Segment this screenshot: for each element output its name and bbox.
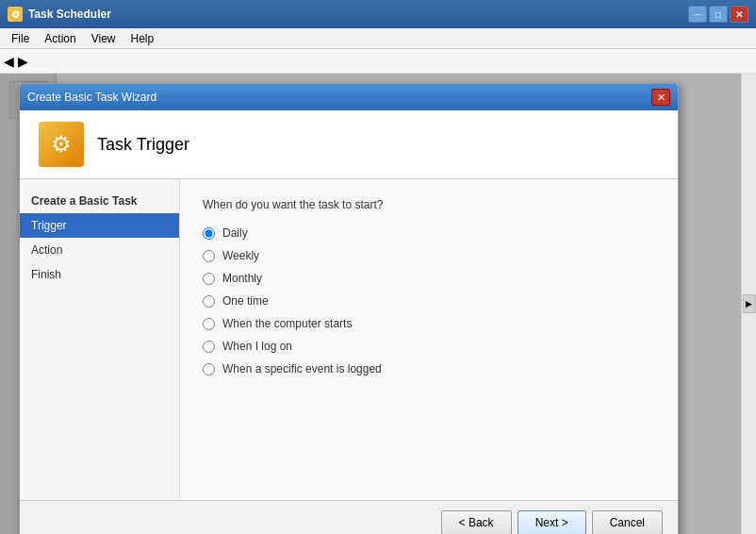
menu-action[interactable]: Action xyxy=(37,30,83,47)
wizard-body: Create a Basic Task Trigger Action Finis… xyxy=(20,179,678,500)
app-toolbar: ◀ ▶ xyxy=(0,49,756,74)
label-on-logon: When I log on xyxy=(222,340,292,353)
option-on-event[interactable]: When a specific event is logged xyxy=(203,362,655,375)
right-scrollbar: ▶ xyxy=(741,74,756,534)
window-controls: ─ □ ✕ xyxy=(688,6,748,23)
wizard-header-icon: ⚙ xyxy=(39,122,84,167)
wizard-nav-section-label: Create a Basic Task xyxy=(20,189,179,213)
wizard-nav: Create a Basic Task Trigger Action Finis… xyxy=(20,179,180,500)
scroll-arrow-right[interactable]: ▶ xyxy=(743,294,756,313)
label-daily: Daily xyxy=(222,226,248,240)
next-button[interactable]: Next > xyxy=(518,510,586,534)
wizard-nav-trigger[interactable]: Trigger xyxy=(20,213,179,238)
trigger-question: When do you want the task to start? xyxy=(203,198,655,211)
app-icon: ⚙ xyxy=(8,7,23,22)
close-window-button[interactable]: ✕ xyxy=(730,6,748,23)
label-on-event: When a specific event is logged xyxy=(222,362,382,375)
radio-monthly[interactable] xyxy=(203,273,215,285)
label-monthly: Monthly xyxy=(222,272,262,285)
option-on-logon[interactable]: When I log on xyxy=(203,340,655,353)
option-monthly[interactable]: Monthly xyxy=(203,272,655,285)
modal-overlay: Create Basic Task Wizard ✕ ⚙ Task Trigge… xyxy=(0,74,756,534)
wizard-footer: < Back Next > Cancel xyxy=(20,500,678,534)
label-weekly: Weekly xyxy=(222,249,259,262)
wizard-nav-action[interactable]: Action xyxy=(20,238,179,262)
wizard-nav-finish[interactable]: Finish xyxy=(20,262,179,287)
maximize-button[interactable]: □ xyxy=(709,6,728,23)
label-on-start: When the computer starts xyxy=(222,317,352,330)
menu-help[interactable]: Help xyxy=(123,30,162,47)
label-one-time: One time xyxy=(222,294,269,308)
minimize-button[interactable]: ─ xyxy=(688,6,707,23)
app-title: Task Scheduler xyxy=(28,8,111,21)
wizard-header: ⚙ Task Trigger xyxy=(20,110,678,179)
cancel-button[interactable]: Cancel xyxy=(592,510,663,534)
dialog-close-button[interactable]: ✕ xyxy=(651,89,670,106)
option-one-time[interactable]: One time xyxy=(203,294,655,308)
radio-on-event[interactable] xyxy=(203,363,215,375)
app-body: Create Basic Task Wizard ✕ ⚙ Task Trigge… xyxy=(0,74,756,534)
option-on-start[interactable]: When the computer starts xyxy=(203,317,655,330)
radio-daily[interactable] xyxy=(203,227,215,240)
wizard-header-title: Task Trigger xyxy=(97,135,189,155)
menu-file[interactable]: File xyxy=(4,30,37,47)
option-weekly[interactable]: Weekly xyxy=(203,249,655,262)
menu-view[interactable]: View xyxy=(84,30,123,47)
toolbar-forward-icon[interactable]: ▶ xyxy=(18,54,28,69)
dialog-title: Create Basic Task Wizard xyxy=(27,91,156,104)
dialog-titlebar: Create Basic Task Wizard ✕ xyxy=(20,84,678,110)
wizard-icon-glyph: ⚙ xyxy=(51,131,72,158)
wizard-content: When do you want the task to start? Dail… xyxy=(180,179,678,500)
radio-on-logon[interactable] xyxy=(203,341,215,353)
dialog: Create Basic Task Wizard ✕ ⚙ Task Trigge… xyxy=(19,83,679,534)
radio-weekly[interactable] xyxy=(203,250,215,262)
app-menubar: File Action View Help xyxy=(0,28,756,49)
back-button[interactable]: < Back xyxy=(441,510,512,534)
radio-one-time[interactable] xyxy=(203,295,215,308)
os-titlebar: ⚙ Task Scheduler ─ □ ✕ xyxy=(0,0,756,28)
radio-on-start[interactable] xyxy=(203,318,215,330)
option-daily[interactable]: Daily xyxy=(203,226,655,240)
toolbar-back-icon[interactable]: ◀ xyxy=(4,54,14,69)
